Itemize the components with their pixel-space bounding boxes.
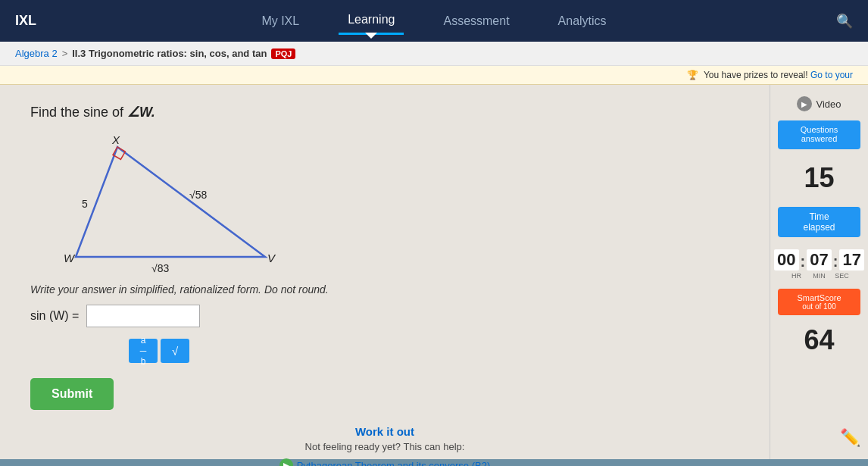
timer-display-area: 00 : 07 : 17 HR MIN SEC [774, 246, 864, 280]
answer-label: sin (W) = [30, 309, 79, 323]
timer-colon-2: : [833, 253, 838, 271]
breadcrumb-separator: > [62, 48, 68, 59]
svg-text:X: X [111, 133, 120, 146]
video-icon: ▶ [797, 96, 812, 111]
nav-assessment[interactable]: Assessment [434, 8, 518, 34]
breadcrumb-lesson: II.3 Trigonometric ratios: sin, cos, and… [72, 48, 267, 59]
nav-analytics[interactable]: Analytics [549, 8, 616, 34]
timer-min: 07 [807, 249, 831, 271]
timer-hr-label: HR [786, 272, 807, 280]
smartscore-sublabel: out of 100 [785, 302, 853, 311]
trophy-icon: 🏆 [687, 70, 698, 80]
fraction-button[interactable]: a─b [129, 339, 158, 363]
work-it-out-title: Work it out [30, 425, 739, 438]
link-icon: ▶ [279, 458, 293, 466]
brand-logo: IXL [15, 13, 36, 29]
nav-learning[interactable]: Learning [339, 7, 404, 35]
breadcrumb: Algebra 2 > II.3 Trigonometric ratios: s… [0, 42, 868, 66]
right-sidebar: ▶ Video Questionsanswered 15 Timeelapsed… [770, 85, 868, 459]
math-buttons: a─b √ [129, 339, 739, 363]
prize-bar: 🏆 You have prizes to reveal! Go to your [0, 66, 868, 85]
problem-area: Find the sine of ∠W. X W V 5 √58 √83 [0, 85, 770, 459]
breadcrumb-code: PQJ [271, 48, 295, 59]
sqrt-icon: √ [172, 345, 178, 358]
prize-link[interactable]: Go to your [810, 70, 853, 80]
fraction-icon: a─b [140, 335, 147, 367]
time-elapsed-box: Timeelapsed [778, 207, 860, 237]
timer-min-label: MIN [809, 272, 830, 280]
time-label: Timeelapsed [785, 211, 853, 233]
breadcrumb-course[interactable]: Algebra 2 [15, 48, 58, 59]
questions-count: 15 [804, 162, 834, 194]
smartscore-value: 64 [804, 324, 834, 356]
top-nav: IXL My IXL Learning Assessment Analytics… [0, 0, 868, 42]
video-label: Video [816, 99, 841, 110]
questions-label: Questionsanswered [785, 125, 853, 143]
edit-icon[interactable]: ✏️ [840, 428, 860, 448]
work-it-out-section: Work it out Not feeling ready yet? This … [30, 425, 739, 466]
answer-input[interactable] [86, 305, 200, 327]
main-content: Find the sine of ∠W. X W V 5 √58 √83 [0, 85, 868, 459]
video-button[interactable]: ▶ Video [797, 96, 841, 111]
svg-marker-0 [76, 147, 265, 257]
svg-text:5: 5 [82, 198, 88, 210]
svg-text:√83: √83 [151, 262, 169, 274]
sqrt-button[interactable]: √ [161, 339, 189, 363]
smartscore-label: SmartScore [785, 293, 853, 302]
submit-button[interactable]: Submit [30, 378, 114, 410]
svg-text:V: V [267, 252, 276, 264]
svg-text:W: W [64, 252, 76, 264]
timer-hr: 00 [774, 249, 798, 271]
timer-sec-label: SEC [832, 272, 853, 280]
work-it-out-subtitle: Not feeling ready yet? This can help: [30, 441, 739, 452]
prize-text: You have prizes to reveal! [704, 70, 808, 80]
instructions-text: Write your answer in simplified, rationa… [30, 283, 739, 296]
svg-text:√58: √58 [189, 189, 207, 201]
search-icon[interactable]: 🔍 [836, 13, 853, 30]
questions-answered-box: Questionsanswered [778, 120, 860, 149]
pythagorean-link[interactable]: ▶ Pythagorean Theorem and its converse (… [30, 458, 739, 466]
answer-row: sin (W) = [30, 305, 739, 327]
smartscore-box: SmartScore out of 100 [778, 289, 860, 315]
timer-sec: 17 [839, 249, 863, 271]
problem-title: Find the sine of ∠W. [30, 104, 739, 120]
nav-myixl[interactable]: My IXL [252, 8, 308, 34]
timer-colon-1: : [801, 253, 806, 271]
triangle-diagram: X W V 5 √58 √83 [53, 132, 295, 276]
